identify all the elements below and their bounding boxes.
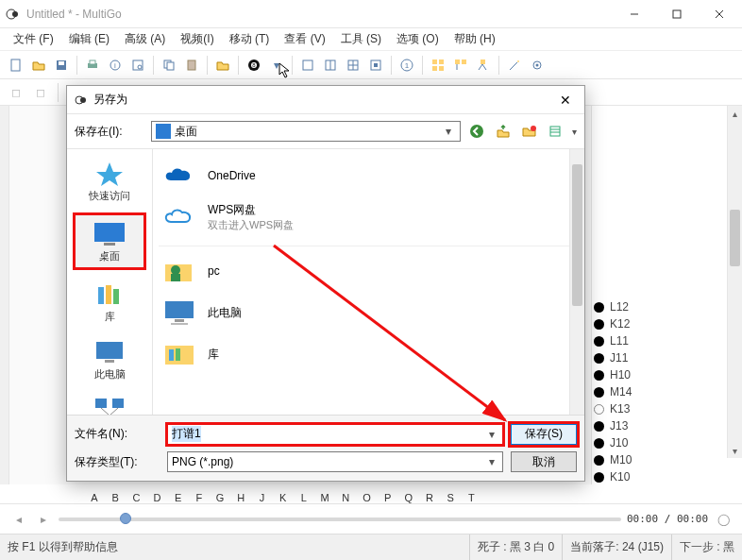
file-item-wps[interactable]: WPS网盘 双击进入WPS网盘 (159, 196, 579, 238)
info-icon[interactable]: i (105, 55, 126, 76)
move-label: L11 (610, 334, 629, 348)
menu-edit[interactable]: 编辑 (E) (61, 29, 117, 49)
move-row[interactable]: J10 (594, 434, 731, 451)
scroll-up-icon[interactable]: ▴ (728, 106, 742, 121)
timeline-bar: ◂ ▸ 00:00 / 00:00 ◯ (0, 503, 742, 534)
file-item-onedrive[interactable]: OneDrive (159, 155, 579, 196)
move-row[interactable]: H10 (594, 366, 731, 383)
tree3-icon[interactable] (473, 55, 494, 76)
file-item-pc[interactable]: pc (159, 250, 579, 292)
minimize-button[interactable] (613, 0, 655, 28)
time-display: 00:00 / 00:00 (627, 513, 708, 525)
dialog-close-button[interactable]: ✕ (554, 89, 577, 111)
stone-icon (594, 472, 604, 483)
tb2-1-icon[interactable]: ◻ (6, 82, 26, 103)
savein-select[interactable]: 桌面 ▾ (151, 121, 461, 142)
place-thispc[interactable]: 此电脑 (73, 333, 146, 385)
menu-move[interactable]: 移动 (T) (222, 29, 278, 49)
tree2-icon[interactable] (450, 55, 471, 76)
chevron-down-icon[interactable]: ▾ (483, 425, 500, 444)
copy-icon[interactable] (159, 55, 179, 76)
place-network[interactable]: 网络 (73, 391, 146, 415)
panel-scrollbar[interactable]: ▴ ▾ (727, 106, 742, 458)
close-button[interactable] (698, 0, 740, 28)
new-icon[interactable] (6, 55, 26, 76)
filetype-select[interactable]: PNG (*.png) ▾ (167, 451, 503, 472)
play-prev-icon[interactable]: ◂ (9, 510, 28, 529)
move-row[interactable]: K10 (594, 468, 731, 484)
play-icon[interactable]: ▸ (34, 510, 53, 529)
svg-rect-36 (462, 59, 466, 64)
filelist-scrollbar[interactable] (569, 149, 584, 415)
tb2-2-icon[interactable]: ◻ (30, 82, 51, 103)
num1-icon[interactable]: 1 (396, 55, 417, 76)
open-icon[interactable] (28, 55, 49, 76)
time-slider[interactable] (59, 518, 621, 521)
scroll-thumb[interactable] (730, 210, 740, 266)
move-row[interactable]: L12 (594, 298, 731, 315)
nav-back-icon[interactable] (466, 121, 487, 142)
move-row[interactable]: J11 (594, 349, 731, 366)
place-libraries[interactable]: 库 (73, 276, 146, 328)
print-icon[interactable] (82, 55, 103, 76)
filename-value: 打谱1 (172, 426, 201, 442)
grid3-icon[interactable] (343, 55, 363, 76)
menu-tools[interactable]: 工具 (S) (333, 29, 389, 49)
file-label: 库 (208, 347, 219, 363)
vol-icon[interactable]: ◯ (714, 510, 733, 529)
move-row[interactable]: M14 (594, 383, 731, 400)
grid1-icon[interactable] (297, 55, 318, 76)
file-item-libraries[interactable]: 库 (159, 333, 579, 375)
tree1-icon[interactable] (428, 55, 448, 76)
grid2-icon[interactable] (320, 55, 341, 76)
save-button[interactable]: 保存(S) (511, 424, 577, 445)
file-item-thispc[interactable]: 此电脑 (159, 292, 579, 333)
filelist-scroll-thumb[interactable] (572, 164, 582, 306)
dropdown-arrow-icon[interactable]: ▾ (266, 55, 287, 76)
menu-video[interactable]: 视频(I) (173, 29, 221, 49)
place-quickaccess[interactable]: 快速访问 (73, 155, 146, 207)
dialog-top-row: 保存在(I): 桌面 ▾ ▾ (67, 114, 584, 148)
slider-knob[interactable] (120, 513, 131, 524)
menu-file[interactable]: 文件 (F) (6, 29, 61, 49)
move-row[interactable]: M10 (594, 451, 731, 468)
filename-input[interactable]: 打谱1 ▾ (167, 424, 503, 445)
menu-options[interactable]: 选项 (O) (389, 29, 447, 49)
nav-views-icon[interactable] (546, 121, 566, 142)
gear-icon[interactable] (527, 55, 548, 76)
ball8-icon[interactable]: 8 (244, 55, 264, 76)
app-icon (6, 7, 21, 22)
coord-letter: N (340, 492, 351, 503)
places-bar: 快速访问 桌面 库 此电脑 网络 (67, 149, 152, 415)
paste-icon[interactable] (181, 55, 202, 76)
nav-newfolder-icon[interactable] (519, 121, 540, 142)
move-row[interactable]: L11 (594, 332, 731, 349)
menu-advanced[interactable]: 高级 (A) (117, 29, 173, 49)
move-row[interactable]: K13 (594, 400, 731, 417)
chevron-down-icon[interactable]: ▾ (441, 125, 456, 138)
menu-help[interactable]: 帮助 (H) (447, 29, 503, 49)
svg-rect-34 (439, 66, 444, 71)
place-desktop[interactable]: 桌面 (73, 212, 146, 270)
coord-letter: P (382, 492, 394, 503)
file-list[interactable]: OneDrive WPS网盘 双击进入WPS网盘 pc 此电脑 库 (152, 149, 584, 415)
nav-up-icon[interactable] (493, 121, 514, 142)
coord-letter: F (194, 492, 205, 503)
move-row[interactable]: K12 (594, 315, 731, 332)
scroll-down-icon[interactable]: ▾ (728, 443, 742, 458)
maximize-button[interactable] (655, 0, 698, 28)
move-row[interactable]: J13 (594, 417, 731, 434)
place-label: 库 (105, 310, 115, 324)
cancel-button[interactable]: 取消 (511, 451, 577, 472)
svg-point-1 (12, 11, 18, 17)
save-icon[interactable] (51, 55, 72, 76)
wand-icon[interactable] (504, 55, 525, 76)
grid4-icon[interactable] (365, 55, 386, 76)
svg-rect-67 (171, 274, 180, 281)
move-label: M10 (610, 453, 632, 467)
menu-view[interactable]: 查看 (V) (277, 29, 332, 49)
folder-icon[interactable] (212, 55, 233, 76)
coord-letter: O (361, 492, 372, 503)
chevron-down-icon[interactable]: ▾ (483, 452, 500, 471)
preview-icon[interactable] (127, 55, 148, 76)
